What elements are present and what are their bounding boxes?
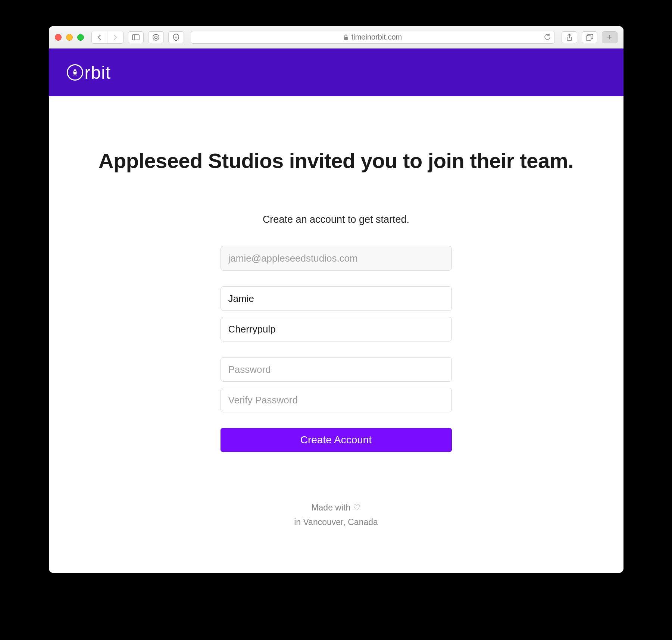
brand-logo[interactable]: rbit [67, 62, 111, 83]
page-headline: Appleseed Studios invited you to join th… [79, 149, 594, 173]
window-close-button[interactable] [55, 34, 62, 41]
page-footer: Made with ♡ in Vancouver, Canada [79, 452, 594, 550]
svg-rect-6 [586, 36, 591, 40]
email-group [221, 246, 452, 271]
svg-point-3 [154, 36, 157, 38]
main-content: Appleseed Studios invited you to join th… [49, 96, 623, 573]
signup-form: Create Account [221, 246, 452, 452]
address-bar[interactable]: timeinorbit.com [191, 31, 555, 44]
traffic-lights [55, 34, 84, 41]
sidebar-toggle-button[interactable] [128, 31, 144, 43]
footer-line-1: Made with ♡ [79, 500, 594, 515]
svg-rect-5 [344, 37, 348, 40]
svg-point-7 [74, 71, 76, 72]
new-tab-button[interactable]: + [602, 31, 618, 43]
email-field [221, 246, 452, 271]
first-name-field[interactable] [221, 286, 452, 311]
app-header: rbit [49, 49, 623, 96]
last-name-field[interactable] [221, 317, 452, 341]
browser-toolbar: II timeinorbit.com + [49, 26, 623, 49]
verify-password-field[interactable] [221, 388, 452, 412]
create-account-button[interactable]: Create Account [221, 428, 452, 452]
name-group [221, 286, 452, 341]
back-button[interactable] [92, 31, 107, 43]
password-group [221, 357, 452, 412]
lock-icon [343, 34, 348, 40]
address-content: timeinorbit.com [343, 33, 402, 41]
address-domain: timeinorbit.com [351, 33, 402, 41]
window-maximize-button[interactable] [77, 34, 84, 41]
forward-button[interactable] [107, 31, 123, 43]
footer-line-2: in Vancouver, Canada [79, 515, 594, 530]
share-button[interactable] [562, 31, 577, 43]
tracking-shield-button[interactable]: II [168, 31, 184, 43]
tabs-button[interactable] [582, 31, 597, 43]
svg-point-2 [153, 34, 159, 40]
browser-window: II timeinorbit.com + [49, 26, 623, 573]
brand-name: rbit [85, 62, 111, 83]
svg-text:II: II [175, 36, 176, 39]
navigation-buttons [91, 31, 124, 44]
page-content: rbit Appleseed Studios invited you to jo… [49, 49, 623, 573]
rocket-icon [67, 64, 83, 81]
page-subtitle: Create an account to get started. [79, 214, 594, 225]
password-field[interactable] [221, 357, 452, 382]
privacy-report-button[interactable] [148, 31, 164, 43]
svg-rect-0 [132, 35, 139, 40]
window-minimize-button[interactable] [66, 34, 73, 41]
reload-button[interactable] [544, 34, 551, 41]
